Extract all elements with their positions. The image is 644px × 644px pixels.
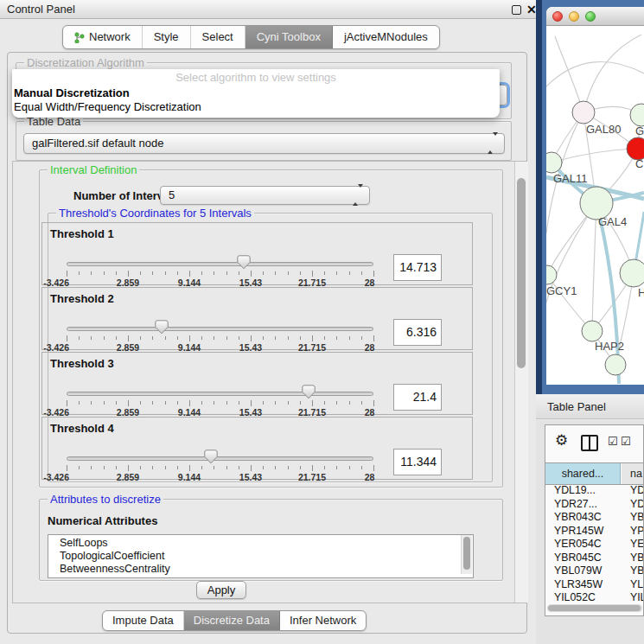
- tick-mark: [361, 466, 362, 469]
- horizontal-scrollbar-thumb[interactable]: [548, 605, 641, 611]
- table-cell[interactable]: YER0: [630, 538, 644, 552]
- slider-track[interactable]: [67, 392, 373, 396]
- threshold-2-slider[interactable]: -3.4262.8599.14415.4321.71528: [67, 319, 373, 351]
- table-cell[interactable]: YIL0: [630, 591, 644, 605]
- tick-mark: [251, 465, 252, 471]
- table-cell[interactable]: YPR1: [630, 525, 644, 539]
- threshold-3-label: Threshold 3: [50, 357, 114, 370]
- attribute-list-item[interactable]: SelfLoops: [48, 537, 473, 550]
- table-cell[interactable]: YDL1: [630, 484, 644, 498]
- threshold-3-value-field[interactable]: 21.4: [393, 384, 442, 411]
- table-cell[interactable]: YIL052C: [554, 591, 596, 605]
- tab-network[interactable]: Network: [63, 26, 143, 48]
- tab-jactivemnodules[interactable]: jActiveMNodules: [333, 26, 439, 48]
- table-row[interactable]: YDL19...YDL1: [545, 484, 644, 498]
- dropdown-option-equal-width-frequency[interactable]: Equal Width/Frequency Discretization: [14, 100, 201, 113]
- table-row[interactable]: YLR345WYLR3: [545, 578, 644, 592]
- threshold-3-slider[interactable]: -3.4262.8599.14415.4321.71528: [67, 384, 373, 416]
- tab-select[interactable]: Select: [191, 26, 245, 48]
- threshold-2-value-field[interactable]: 6.316: [393, 319, 442, 346]
- slider-thumb[interactable]: [155, 320, 169, 335]
- slider-thumb[interactable]: [204, 450, 218, 464]
- table-cell[interactable]: YDL19...: [554, 484, 596, 498]
- table-cell[interactable]: YBR0: [630, 511, 644, 525]
- node-gal80[interactable]: [572, 101, 595, 124]
- table-cell[interactable]: YBR043C: [554, 511, 602, 525]
- tab-cyni-toolbox[interactable]: Cyni Toolbox: [245, 26, 333, 48]
- table-row[interactable]: YER054CYER0: [545, 538, 644, 552]
- network-canvas[interactable]: GAL80 GA C GAL11 GAL4 GCY1 H HAP2: [546, 26, 644, 385]
- attributes-list-scrollbar[interactable]: [461, 535, 472, 574]
- column-header-shared[interactable]: shared...: [545, 463, 621, 484]
- vertical-scrollbar-thumb[interactable]: [517, 178, 526, 368]
- threshold-4-slider[interactable]: -3.4262.8599.14415.4321.71528: [67, 449, 373, 481]
- slider-track[interactable]: [67, 456, 373, 461]
- slider-track[interactable]: [67, 262, 373, 266]
- screenshot-root: Control Panel ✕ Network Style Select Cyn…: [0, 0, 644, 644]
- table-cell[interactable]: YPR145W: [554, 525, 603, 539]
- column-header-name[interactable]: na: [622, 463, 644, 484]
- threshold-1-value-field[interactable]: 14.713: [393, 254, 442, 281]
- node-label-partial-h: H: [638, 286, 644, 299]
- table-cell[interactable]: YBR0: [630, 552, 644, 565]
- table-data-combobox[interactable]: galFiltered.sif default node: [23, 133, 505, 154]
- threshold-1-slider[interactable]: -3.4262.8599.14415.4321.71528: [67, 254, 373, 286]
- minimize-traffic-light-icon[interactable]: [569, 11, 579, 22]
- table-cell[interactable]: YER054C: [554, 538, 602, 552]
- table-cell[interactable]: YDR27...: [554, 498, 597, 512]
- tick-mark: [226, 401, 227, 405]
- table-cell[interactable]: YLR345W: [554, 578, 603, 592]
- number-of-intervals-combobox[interactable]: 5: [160, 186, 370, 205]
- table-row[interactable]: YDR27...YDR2: [545, 498, 644, 512]
- node-top-right[interactable]: [630, 104, 644, 126]
- tick-mark: [67, 400, 67, 406]
- apply-button[interactable]: Apply: [196, 581, 246, 599]
- node-h[interactable]: [620, 259, 644, 287]
- table-row[interactable]: YIL052CYIL0: [545, 591, 644, 605]
- attribute-list-item[interactable]: TopologicalCoefficient: [48, 550, 473, 563]
- table-row[interactable]: YPR145WYPR1: [545, 525, 644, 539]
- table-cell[interactable]: YBR045C: [554, 552, 602, 565]
- close-icon[interactable]: ✕: [526, 0, 537, 19]
- network-window-titlebar: [546, 7, 644, 26]
- tick-mark: [214, 401, 214, 405]
- tick-mark: [128, 335, 129, 341]
- node-hap2[interactable]: [582, 321, 603, 341]
- control-panel-titlebar: Control Panel ✕: [0, 0, 536, 19]
- dropdown-option-manual-discretization[interactable]: Manual Discretization: [14, 86, 130, 99]
- horizontal-scrollbar[interactable]: [547, 604, 642, 612]
- table-row[interactable]: YBR045CYBR0: [545, 552, 644, 565]
- vertical-scrollbar[interactable]: [514, 162, 528, 603]
- table-cell[interactable]: YBL079W: [554, 564, 602, 578]
- node-label-gal80: GAL80: [586, 123, 621, 136]
- checkbox-icon[interactable]: ☑: [621, 436, 631, 448]
- attribute-list-item[interactable]: BetweennessCentrality: [48, 563, 473, 576]
- tick-mark: [140, 271, 141, 275]
- slider-thumb[interactable]: [237, 255, 251, 270]
- tab-infer-network[interactable]: Infer Network: [280, 611, 366, 630]
- table-row[interactable]: YBR043CYBR0: [545, 511, 644, 525]
- tick-mark: [300, 336, 301, 340]
- node-bottom[interactable]: [605, 354, 626, 375]
- table-cell[interactable]: YDR2: [630, 498, 644, 512]
- table-row[interactable]: YBL079WYBL0: [545, 564, 644, 578]
- attributes-list-scrollbar-thumb[interactable]: [463, 537, 470, 570]
- slider-thumb[interactable]: [302, 385, 316, 399]
- columns-icon[interactable]: [581, 435, 598, 451]
- node-gcy1[interactable]: [546, 265, 557, 284]
- tick-mark: [239, 466, 239, 469]
- tab-discretize-data[interactable]: Discretize Data: [184, 611, 280, 630]
- threshold-4-value-field[interactable]: 11.344: [393, 449, 442, 475]
- tab-impute-data[interactable]: Impute Data: [103, 611, 184, 630]
- tick-mark: [165, 401, 166, 405]
- table-cell[interactable]: YBL0: [630, 564, 644, 578]
- checkbox-icon[interactable]: ☑: [608, 436, 618, 448]
- slider-track[interactable]: [67, 327, 373, 331]
- tab-style[interactable]: Style: [143, 26, 191, 48]
- network-icon: [74, 32, 85, 43]
- float-window-icon[interactable]: [512, 5, 521, 15]
- close-traffic-light-icon[interactable]: [552, 11, 563, 22]
- gear-icon[interactable]: ⚙: [555, 432, 568, 450]
- zoom-traffic-light-icon[interactable]: [585, 11, 596, 22]
- table-cell[interactable]: YLR3: [630, 578, 644, 592]
